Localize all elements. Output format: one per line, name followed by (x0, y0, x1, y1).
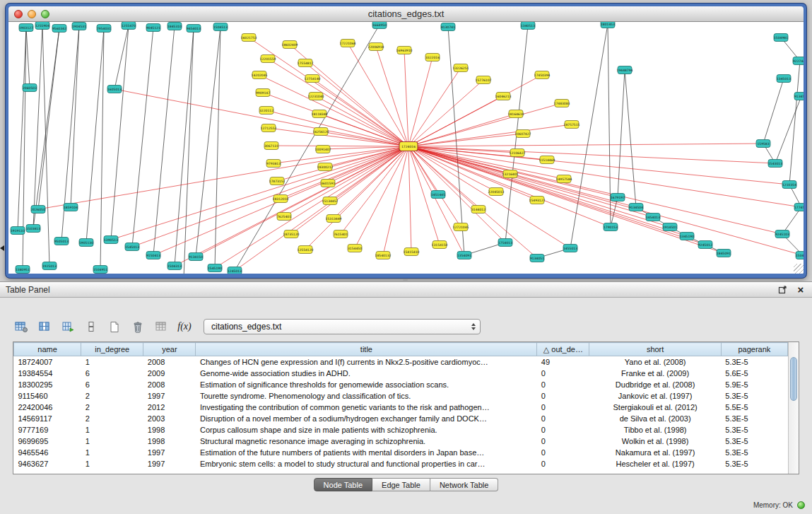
table-cell[interactable]: 5.6E-5 (721, 368, 787, 379)
new-table-button[interactable] (106, 319, 123, 334)
add-column-button[interactable] (59, 319, 76, 334)
table-cell[interactable]: 2012 (143, 402, 196, 413)
table-cell[interactable]: 2009 (143, 368, 196, 379)
table-cell[interactable]: 1997 (143, 390, 196, 402)
window-titlebar[interactable]: citations_edges.txt (8, 6, 804, 22)
table-cell[interactable]: 2 (81, 390, 143, 402)
graph-node[interactable]: 1801453 (601, 22, 615, 28)
row-tools-button[interactable] (83, 319, 100, 334)
column-header-4[interactable]: △ out_de… (537, 343, 589, 356)
table-cell[interactable]: 9465546 (14, 447, 81, 458)
table-row[interactable]: 946362711997Embryonic stem cells: a mode… (14, 458, 788, 469)
column-header-2[interactable]: year (143, 343, 196, 356)
tab-edge-table[interactable]: Edge Table (372, 478, 430, 491)
close-window-button[interactable] (14, 10, 23, 18)
graph-node[interactable]: 9150413 (146, 252, 160, 259)
graph-node[interactable]: 9134150 (189, 253, 203, 261)
graph-node[interactable]: 1859104 (64, 204, 78, 211)
graph-node[interactable]: 19448794 (617, 66, 633, 74)
graph-node[interactable]: 15313449 (326, 215, 342, 223)
table-cell[interactable]: 5.3E-5 (721, 356, 787, 368)
table-cell[interactable]: 0 (537, 447, 589, 458)
graph-node[interactable]: 18164610 (508, 110, 524, 118)
table-cell[interactable]: Estimation of the future numbers of pati… (196, 447, 537, 458)
float-panel-icon[interactable] (777, 284, 788, 296)
graph-node[interactable]: 17450394 (534, 71, 551, 79)
show-columns-button[interactable] (36, 319, 53, 334)
table-cell[interactable]: 9777169 (14, 424, 81, 436)
graph-node[interactable]: 14957584 (556, 175, 572, 183)
table-cell[interactable]: 18300295 (14, 379, 81, 390)
graph-node[interactable]: 16021753 (241, 34, 257, 42)
table-cell[interactable]: 2003 (143, 413, 196, 424)
table-cell[interactable]: Corpus callosum shape and size in male p… (196, 424, 537, 436)
table-cell[interactable]: 5.5E-5 (721, 402, 787, 413)
resize-grip[interactable] (794, 264, 804, 274)
graph-node[interactable]: 1504951 (93, 266, 107, 274)
graph-node[interactable]: 3220112 (259, 107, 273, 115)
table-cell[interactable]: 6 (81, 379, 143, 390)
table-cell[interactable]: Wolkin et al. (1998) (589, 436, 721, 447)
graph-node[interactable]: 1255904 (35, 22, 49, 30)
table-cell[interactable]: 1 (81, 458, 143, 469)
graph-node[interactable]: 16256120 (313, 128, 329, 136)
table-cell[interactable]: Dudbridge et al. (2008) (589, 379, 721, 390)
graph-node[interactable]: 3322016 (425, 54, 440, 62)
table-cell[interactable]: 0 (537, 436, 589, 447)
graph-node[interactable]: 16963910 (396, 47, 413, 54)
graph-node[interactable]: 9045121 (146, 24, 160, 32)
table-cell[interactable]: 0 (537, 402, 589, 413)
graph-node[interactable]: 2060503 (23, 84, 37, 92)
table-cell[interactable]: Stergiakouli et al. (2012) (589, 402, 721, 413)
table-cell[interactable]: Jankovic et al. (1997) (589, 390, 721, 402)
table-cell[interactable]: 22420046 (14, 402, 81, 413)
table-row[interactable]: 1938455462009Genome-wide association stu… (14, 368, 788, 379)
table-row[interactable]: 1830029562008Estimation of significance … (14, 379, 788, 390)
table-row[interactable]: 969969511998Structural magnetic resonanc… (14, 436, 788, 447)
graph-node[interactable]: 15493127 (529, 197, 546, 204)
vertical-scrollbar[interactable] (788, 342, 799, 474)
table-cell[interactable]: 5.3E-5 (721, 447, 787, 458)
graph-node[interactable]: 1503813 (26, 225, 40, 233)
graph-node[interactable]: 17554817 (298, 59, 314, 67)
function-builder-button[interactable]: f(x) (176, 319, 193, 334)
graph-node[interactable]: 12554120 (298, 246, 314, 254)
tab-network-table[interactable]: Network Table (430, 478, 499, 491)
table-cell[interactable]: 0 (537, 413, 589, 424)
table-cell[interactable]: 1 (81, 356, 143, 368)
table-cell[interactable]: 1997 (143, 458, 196, 469)
table-mode-button[interactable] (13, 319, 30, 334)
table-cell[interactable]: 49 (537, 356, 589, 368)
graph-node[interactable]: 16046213 (495, 93, 512, 100)
table-row[interactable]: 911546021997Tourette syndrome. Phenomeno… (14, 390, 788, 402)
graph-node[interactable]: 3144012 (471, 206, 486, 214)
graph-node[interactable]: 7954031 (97, 25, 111, 33)
table-cell[interactable]: 1998 (143, 436, 196, 447)
graph-node[interactable]: 7625401 (277, 213, 291, 221)
graph-node[interactable]: 1790153 (604, 223, 618, 231)
graph-node[interactable]: 9909147 (256, 89, 270, 97)
graph-node[interactable]: 9227441 (793, 57, 804, 65)
graph-node[interactable]: 1919133 (11, 227, 25, 235)
graph-node[interactable]: 15415410 (404, 248, 420, 256)
graph-node[interactable]: 1774502 (794, 204, 804, 211)
hide-panel-arrow-icon[interactable] (0, 245, 4, 251)
graph-node[interactable]: 18540132 (375, 252, 392, 259)
graph-node[interactable]: 1664950 (372, 22, 387, 29)
table-cell[interactable]: Investigating the contribution of common… (196, 402, 537, 413)
graph-node[interactable]: 9134051 (530, 255, 544, 262)
graph-node[interactable]: 1543013 (768, 160, 782, 168)
graph-node[interactable]: 18602409 (282, 41, 298, 49)
table-cell[interactable]: 5.9E-5 (721, 379, 787, 390)
graph-node[interactable]: 17483083 (554, 100, 570, 107)
table-cell[interactable]: 2008 (143, 356, 196, 368)
graph-node[interactable]: 1679197 (611, 194, 625, 201)
graph-node[interactable]: 3154450 (348, 245, 362, 252)
graph-node[interactable]: 12721045 (453, 223, 469, 231)
graph-node[interactable]: 7615401 (334, 230, 348, 238)
graph-node[interactable]: 2026050 (31, 206, 45, 214)
table-cell[interactable]: 9463627 (14, 458, 81, 469)
tab-node-table[interactable]: Node Table (314, 478, 372, 491)
table-cell[interactable]: Estimation of significance thresholds fo… (196, 379, 537, 390)
table-cell[interactable]: Genome-wide association studies in ADHD. (196, 368, 537, 379)
